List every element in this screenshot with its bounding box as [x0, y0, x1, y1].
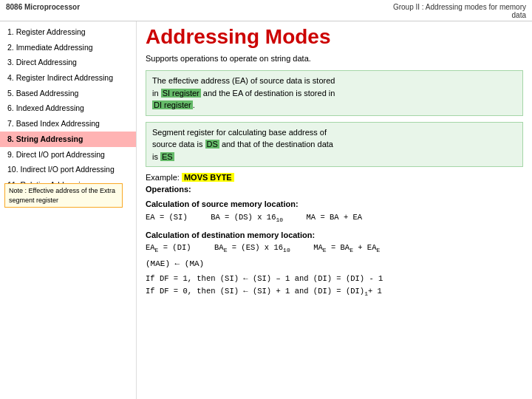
calc-source-label: Calculation of source memory location:: [146, 198, 523, 211]
mae-line: (MAE) ← (MA): [146, 259, 523, 268]
note-text: Note : Effective address of the Extra se…: [9, 187, 115, 204]
sidebar-item-based-index[interactable]: 7. Based Index Addressing: [0, 116, 136, 132]
sidebar-item-direct-io[interactable]: 9. Direct I/O port Addressing: [0, 147, 136, 163]
seg-block: Segment register for calculating base ad…: [146, 122, 523, 168]
content-area: Addressing Modes Supports operations to …: [137, 21, 532, 399]
di-register-highlight: DI register: [152, 100, 193, 109]
df-line1: If DF = 1, then (SI) ← (SI) – 1 and (DI)…: [146, 273, 523, 285]
header-subtitle: Group II : Addressing modes for memoryda…: [393, 3, 526, 19]
es-highlight: ES: [160, 152, 174, 161]
ea-block: The effective address (EA) of source dat…: [146, 70, 523, 116]
page-title: Addressing Modes: [146, 26, 523, 49]
sidebar-item-indirect-io[interactable]: 10. Indirect I/O port Addressing: [0, 162, 136, 177]
example-label: Example:: [146, 173, 180, 182]
header-title: 8086 Microprocessor: [6, 3, 80, 11]
main-layout: 1. Register Addressing 2. Immediate Addr…: [0, 21, 532, 399]
description: Supports operations to operate on string…: [146, 53, 523, 64]
ds-highlight: DS: [205, 140, 219, 149]
calc-source-line: EA = (SI) BA = (DS) x 1610 MA = BA + EA: [146, 212, 523, 225]
sidebar-item-string[interactable]: 8. String Addressing: [0, 132, 136, 147]
note-box: Note : Effective address of the Extra se…: [4, 183, 123, 208]
df-line2: If DF = 0, then (SI) ← (SI) + 1 and (DI)…: [146, 285, 523, 299]
example-line: Example: MOVS BYTE: [146, 173, 523, 182]
sidebar-item-direct[interactable]: 3. Direct Addressing: [0, 55, 136, 70]
sidebar-item-based[interactable]: 5. Based Addressing: [0, 86, 136, 101]
sidebar-item-register[interactable]: 1. Register Addressing: [0, 24, 136, 40]
calc-source-block: Calculation of source memory location: E…: [146, 198, 523, 225]
calc-dest-label: Calculation of destination memory locati…: [146, 229, 523, 242]
sidebar-item-immediate[interactable]: 2. Immediate Addressing: [0, 40, 136, 55]
operations-label: Operations:: [146, 185, 523, 194]
sidebar-item-reg-indirect[interactable]: 4. Register Indirect Addressing: [0, 70, 136, 86]
si-register-highlight: SI register: [161, 89, 201, 98]
sidebar-item-indexed[interactable]: 6. Indexed Addressing: [0, 100, 136, 116]
df-lines: If DF = 1, then (SI) ← (SI) – 1 and (DI)…: [146, 273, 523, 299]
calc-dest-line: EAE = (DI) BAE = (ES) x 1610 MAE = BAE +…: [146, 242, 523, 255]
example-instruction: MOVS BYTE: [182, 173, 234, 182]
header: 8086 Microprocessor Group II : Addressin…: [0, 0, 532, 21]
sidebar: 1. Register Addressing 2. Immediate Addr…: [0, 21, 137, 399]
calc-dest-block: Calculation of destination memory locati…: [146, 229, 523, 256]
ea-line1: The effective address (EA) of source dat…: [152, 76, 335, 109]
